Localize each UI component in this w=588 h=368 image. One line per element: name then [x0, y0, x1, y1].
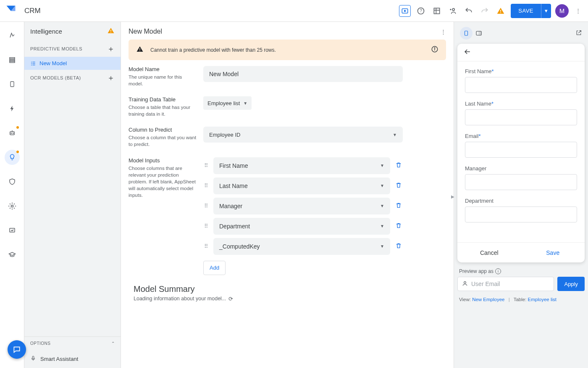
meta-table-link[interactable]: Employee list	[528, 297, 556, 302]
warning-icon[interactable]	[495, 5, 507, 17]
svg-point-27	[31, 64, 32, 65]
training-table-desc: Choose a table that has your training da…	[129, 104, 197, 117]
model-summary-loading: Loading information about your model... …	[134, 296, 446, 302]
microphone-icon	[30, 355, 36, 363]
user-icon	[462, 281, 468, 288]
svg-point-17	[11, 133, 12, 134]
user-avatar[interactable]: M	[555, 4, 569, 18]
rail-views-icon[interactable]	[5, 77, 20, 92]
form-field: Manager	[465, 165, 577, 190]
save-dropdown-button[interactable]: ▾	[541, 4, 551, 18]
open-in-new-icon[interactable]	[575, 29, 582, 37]
model-item-new-model[interactable]: New Model	[24, 57, 121, 70]
rail-home-icon[interactable]	[5, 28, 20, 43]
svg-rect-13	[10, 59, 15, 61]
model-name-input[interactable]	[203, 66, 403, 82]
drag-handle-icon[interactable]: ⠿	[203, 223, 209, 229]
predict-column-select[interactable]: Employee ID ▼	[203, 127, 403, 143]
svg-rect-29	[32, 63, 35, 64]
form-cancel-button[interactable]: Cancel	[457, 243, 521, 262]
form-field-input[interactable]	[465, 207, 577, 222]
preview-icon[interactable]	[399, 5, 411, 17]
form-field-label: Manager	[465, 165, 577, 172]
rail-learn-icon[interactable]	[5, 247, 20, 262]
training-table-label: Training Data Table	[129, 96, 197, 103]
model-input-select[interactable]: Department▼	[213, 218, 390, 235]
form-field-input[interactable]	[465, 142, 577, 158]
page-more-icon[interactable]: ⋮	[441, 29, 446, 35]
rail-data-icon[interactable]	[5, 52, 20, 67]
svg-rect-39	[479, 31, 481, 35]
drag-handle-icon[interactable]: ⠿	[203, 162, 209, 169]
delete-input-icon[interactable]	[394, 161, 403, 169]
nav-rail	[0, 22, 24, 368]
preview-email-input[interactable]: User Email	[457, 277, 554, 291]
undo-icon[interactable]	[463, 5, 475, 17]
rail-automation-icon[interactable]	[5, 125, 20, 140]
form-field: Department	[465, 198, 577, 222]
drag-handle-icon[interactable]: ⠿	[203, 183, 209, 189]
model-list-icon	[30, 61, 36, 66]
delete-input-icon[interactable]	[394, 242, 403, 250]
svg-point-25	[31, 61, 32, 62]
info-icon[interactable]: i	[495, 268, 501, 274]
model-input-select[interactable]: Last Name▼	[213, 177, 390, 194]
svg-rect-12	[10, 58, 15, 59]
warning-triangle-icon[interactable]	[107, 27, 115, 36]
form-field-input[interactable]	[465, 77, 577, 93]
svg-rect-33	[139, 50, 140, 51]
svg-rect-15	[10, 82, 14, 87]
preview-mobile-tab[interactable]	[460, 27, 472, 40]
rail-settings-icon[interactable]	[5, 199, 20, 214]
delete-input-icon[interactable]	[394, 202, 403, 210]
add-predictive-model-icon[interactable]: ＋	[107, 45, 115, 53]
drag-handle-icon[interactable]: ⠿	[203, 203, 209, 209]
chevron-up-icon: ⌃	[111, 341, 115, 346]
section-predictive-models: PREDICTIVE MODELS ＋	[24, 41, 121, 57]
rail-intelligence-icon[interactable]	[5, 150, 20, 165]
rail-actions-icon[interactable]	[5, 101, 20, 116]
model-input-select[interactable]: Manager▼	[213, 198, 390, 214]
app-header: CRM ? SAVE ▾ M ⋮	[0, 0, 588, 22]
add-user-icon[interactable]	[447, 5, 459, 17]
model-input-row: ⠿Last Name▼	[203, 177, 403, 194]
model-input-select[interactable]: First Name▼	[213, 157, 390, 174]
rail-manage-icon[interactable]	[5, 223, 20, 238]
model-name-label: Model Name	[129, 66, 197, 72]
model-input-select[interactable]: _ComputedKey▼	[213, 238, 390, 255]
form-save-button[interactable]: Save	[521, 243, 585, 262]
intelligence-title: Intelligence	[30, 28, 62, 35]
add-input-button[interactable]: Add	[203, 261, 226, 275]
smart-assistant-row[interactable]: Smart Assistant	[24, 350, 121, 368]
section-predictive-label: PREDICTIVE MODELS	[30, 46, 82, 51]
preview-tablet-tab[interactable]	[472, 27, 485, 40]
form-field-input[interactable]	[465, 109, 577, 125]
help-icon[interactable]: ?	[415, 5, 427, 17]
more-icon[interactable]: ⋮	[573, 8, 583, 14]
apply-button[interactable]: Apply	[557, 277, 585, 291]
chat-fab-icon[interactable]	[8, 340, 26, 359]
delete-input-icon[interactable]	[394, 222, 403, 230]
svg-point-40	[464, 281, 466, 283]
predict-column-value: Employee ID	[209, 132, 240, 138]
model-summary-title: Model Summary	[134, 284, 446, 294]
svg-rect-24	[110, 32, 111, 33]
save-button[interactable]: SAVE	[511, 4, 541, 18]
meta-view-link[interactable]: New Employee	[472, 297, 504, 302]
model-input-row: ⠿Manager▼	[203, 198, 403, 214]
redo-icon[interactable]	[479, 5, 491, 17]
options-row[interactable]: OPTIONS ⌃	[24, 337, 121, 350]
rail-security-icon[interactable]	[5, 174, 20, 189]
alert-info-icon[interactable]	[431, 45, 438, 54]
table-icon[interactable]	[431, 5, 443, 17]
collapse-preview-icon[interactable]: ▶	[451, 190, 455, 203]
back-arrow-icon[interactable]	[463, 48, 472, 57]
form-field-input[interactable]	[465, 174, 577, 190]
delete-input-icon[interactable]	[394, 182, 403, 190]
training-alert: Cannot train a predictive model with few…	[129, 40, 446, 60]
assistant-label: Smart Assistant	[40, 356, 78, 362]
training-table-select[interactable]: Employee list ▼	[203, 96, 252, 110]
drag-handle-icon[interactable]: ⠿	[203, 243, 209, 249]
add-ocr-model-icon[interactable]: ＋	[107, 74, 115, 82]
model-input-row: ⠿_ComputedKey▼	[203, 238, 403, 255]
